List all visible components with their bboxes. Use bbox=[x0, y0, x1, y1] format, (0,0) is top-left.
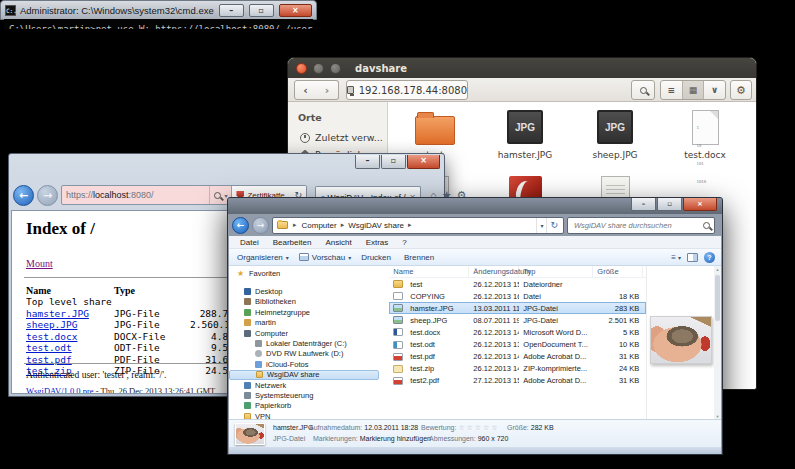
sidebar-tree-item[interactable]: DVD RW Laufwerk (D:) bbox=[229, 349, 389, 359]
toolbar-button[interactable]: Brennen bbox=[402, 253, 445, 262]
search-button[interactable] bbox=[631, 80, 655, 100]
minimize-button[interactable]: – bbox=[355, 155, 380, 169]
column-header-type[interactable]: Typ bbox=[519, 266, 593, 277]
file-link[interactable]: sheep.JPG bbox=[26, 319, 114, 331]
column-header-name[interactable]: Name bbox=[389, 266, 469, 277]
sidebar-item-label: Netzwerk bbox=[255, 381, 286, 390]
minimize-button[interactable]: – bbox=[219, 4, 244, 17]
sidebar-tree-item[interactable]: Netzwerk bbox=[229, 380, 389, 390]
file-row[interactable]: test.odt 26.12.2013 13:55 OpenDocument T… bbox=[389, 338, 646, 350]
maximize-button[interactable]: ▫ bbox=[381, 155, 406, 169]
column-header-size[interactable]: Größe bbox=[593, 266, 643, 277]
search-input[interactable] bbox=[572, 220, 703, 231]
breadcrumb-item[interactable]: Computer bbox=[299, 221, 346, 230]
file-row[interactable]: test.pdf 26.12.2013 14:19 Adobe Acrobat … bbox=[389, 351, 646, 363]
column-header-date[interactable]: Änderungsdatum bbox=[469, 266, 519, 277]
file-row[interactable]: test.docx 26.12.2013 14:26 Microsoft Wor… bbox=[389, 326, 646, 338]
file-item[interactable]: test.docx bbox=[660, 104, 750, 170]
sidebar-tree-item[interactable]: Computer bbox=[229, 328, 389, 338]
sidebar-tree-item[interactable]: Lokaler Datenträger (C:) bbox=[229, 338, 389, 348]
size-label: Größe: bbox=[507, 424, 529, 431]
file-type-icon bbox=[692, 110, 719, 145]
rating-stars[interactable]: ☆ ☆ ☆ ☆ ☆ bbox=[458, 424, 497, 431]
tags-add-link[interactable]: Markierung hinzufügen bbox=[360, 435, 431, 442]
file-name: sheep.JPG bbox=[406, 316, 451, 325]
sidebar-tree-item[interactable]: Papierkorb bbox=[229, 401, 389, 411]
forward-button[interactable]: → bbox=[37, 185, 58, 206]
file-row[interactable]: COPYING 26.12.2013 16:22 Datei 18 KB bbox=[389, 290, 646, 302]
sidebar-item-icon bbox=[237, 270, 245, 277]
view-options-chevron[interactable]: ∨ bbox=[703, 81, 725, 99]
scrollbar[interactable]: ▲ ▼ bbox=[714, 266, 721, 421]
menu-item[interactable]: ? bbox=[395, 238, 413, 247]
sidebar-tree-item[interactable]: Favoriten bbox=[229, 268, 389, 278]
file-item[interactable]: hamster.JPG bbox=[480, 104, 570, 170]
details-filename: hamster.JPG bbox=[273, 424, 313, 431]
forward-button[interactable]: → bbox=[252, 217, 269, 234]
wsgidav-version-link[interactable]: WsgiDAV/1.0.0.pre bbox=[26, 386, 94, 394]
file-row[interactable]: sheep.JPG 08.07.2011 19:53 JPG-Datei 2.5… bbox=[389, 314, 646, 326]
scroll-up-icon[interactable]: ▲ bbox=[714, 266, 721, 274]
file-date: 27.12.2013 15:10 bbox=[469, 376, 519, 385]
file-row[interactable]: test2.pdf 27.12.2013 15:10 Adobe Acrobat… bbox=[389, 375, 646, 387]
sidebar-tree-item[interactable]: Desktop bbox=[229, 286, 389, 296]
image-preview-thumbnail[interactable] bbox=[650, 316, 712, 364]
terminal-line: C:\Users\martin>net use W: https://local… bbox=[9, 24, 308, 29]
sidebar-item-icon bbox=[256, 371, 263, 378]
close-button[interactable]: × bbox=[407, 155, 440, 169]
search-box[interactable] bbox=[567, 217, 715, 234]
sidebar-tree-item[interactable]: Heimnetzgruppe bbox=[229, 307, 389, 317]
explorer-content: Favoriten Desktop Bibliotheken Heimnetzg… bbox=[229, 266, 721, 421]
back-button[interactable]: ← bbox=[232, 217, 249, 234]
minimize-button[interactable] bbox=[313, 63, 324, 74]
file-link[interactable]: hamster.JPG bbox=[26, 308, 114, 320]
sidebar-tree-item[interactable]: WsgiDAV share bbox=[229, 370, 379, 380]
close-button[interactable]: × bbox=[279, 4, 312, 17]
breadcrumb[interactable]: ▸ Computer WsgiDAV share ▾ ↻ bbox=[272, 217, 564, 234]
forward-button[interactable]: › bbox=[316, 80, 339, 100]
scrollbar-thumb[interactable] bbox=[715, 275, 720, 321]
preview-pane-toggle[interactable] bbox=[687, 253, 698, 262]
refresh-icon[interactable]: ↻ bbox=[546, 218, 561, 233]
file-item[interactable]: sheep.JPG bbox=[570, 104, 660, 170]
file-row[interactable]: test.zip 26.12.2013 14:27 ZIP-komprimier… bbox=[389, 363, 646, 375]
file-link[interactable]: test.odt bbox=[26, 342, 114, 354]
minimize-button[interactable]: – bbox=[631, 198, 656, 211]
change-view-button[interactable]: ≡ ▾ bbox=[671, 253, 681, 262]
rating-label: Bewertung: bbox=[421, 424, 456, 431]
gear-menu-button[interactable]: ⚙ bbox=[730, 80, 752, 100]
taken-date-label: Aufnahmedatum: bbox=[309, 424, 362, 431]
sidebar-tree-item[interactable]: Bibliotheken bbox=[229, 297, 389, 307]
maximize-button[interactable]: ▫ bbox=[657, 198, 682, 211]
back-button[interactable]: ← bbox=[13, 185, 34, 206]
close-button[interactable]: × bbox=[683, 198, 717, 211]
maximize-button[interactable] bbox=[330, 63, 341, 74]
sidebar-tree-item[interactable]: martin bbox=[229, 318, 389, 328]
grid-view-button[interactable]: ▦ bbox=[682, 81, 704, 99]
file-row[interactable]: test 26.12.2013 15:21 Dateiordner bbox=[389, 278, 646, 290]
sidebar-item[interactable]: Zuletzt verw... bbox=[288, 129, 387, 146]
sidebar-item-icon bbox=[244, 309, 251, 316]
menu-item[interactable]: Ansicht bbox=[318, 238, 358, 247]
back-button[interactable]: ‹ bbox=[294, 80, 317, 100]
toolbar-button[interactable]: Vorschau ▾ bbox=[297, 253, 359, 262]
list-view-button[interactable]: ≡ bbox=[661, 81, 682, 99]
maximize-button[interactable]: ▫ bbox=[249, 4, 274, 17]
location-button[interactable]: 192.168.178.44:8080 bbox=[346, 80, 468, 100]
toolbar-button-label: Drucken bbox=[361, 253, 391, 262]
sidebar-tree-item[interactable]: iCloud-Fotos bbox=[229, 359, 389, 369]
mount-link[interactable]: Mount bbox=[26, 258, 53, 269]
file-name-label: test.docx bbox=[684, 150, 726, 160]
toolbar-button[interactable]: Drucken bbox=[359, 253, 402, 262]
close-button[interactable] bbox=[296, 63, 307, 74]
breadcrumb-item[interactable]: WsgiDAV share bbox=[345, 221, 412, 230]
address-dropdown-icon[interactable]: ▾ bbox=[536, 218, 546, 233]
file-row[interactable]: hamster.JPG 13.03.2011 11:13 JPG-Datei 2… bbox=[389, 302, 646, 314]
help-button[interactable]: ? bbox=[704, 252, 715, 263]
menu-item[interactable]: Bearbeiten bbox=[266, 238, 319, 247]
menu-item[interactable]: Datei bbox=[233, 238, 266, 247]
menu-item[interactable]: Extras bbox=[359, 238, 396, 247]
file-link[interactable]: test.docx bbox=[26, 331, 114, 343]
sidebar-tree-item[interactable]: Systemsteuerung bbox=[229, 390, 389, 400]
toolbar-button[interactable]: Organisieren ▾ bbox=[235, 253, 297, 262]
